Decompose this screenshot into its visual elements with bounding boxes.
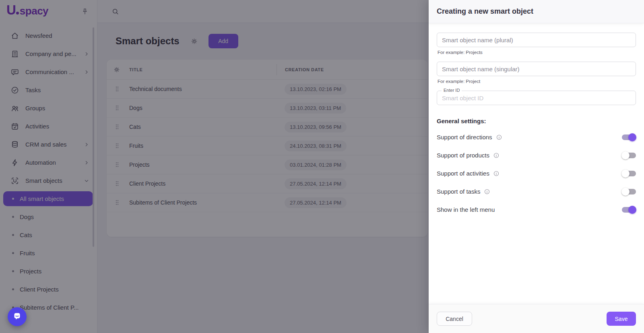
id-field-label: Enter ID — [442, 88, 462, 93]
info-icon[interactable] — [496, 134, 502, 141]
setting-toggle-row: Support of activities — [437, 164, 636, 182]
info-icon[interactable] — [493, 152, 500, 159]
setting-toggle-row: Support of directions — [437, 128, 636, 146]
info-icon[interactable] — [493, 170, 500, 177]
toggle-knob — [628, 133, 636, 141]
drawer-title: Creating a new smart object — [437, 7, 533, 16]
chat-fab-button[interactable] — [8, 307, 27, 326]
toggle-knob — [621, 170, 630, 178]
toggle-switch[interactable] — [622, 188, 636, 196]
drawer-body: For example: Projects For example: Proje… — [429, 23, 644, 219]
toggle-switch[interactable] — [622, 151, 636, 159]
setting-toggle-row: Support of tasks — [437, 182, 636, 201]
toggle-label: Support of tasks — [437, 188, 480, 195]
name-singular-helper: For example: Project — [438, 79, 636, 84]
cancel-button[interactable]: Cancel — [437, 312, 472, 326]
general-settings-heading: General settings: — [437, 118, 636, 124]
chat-bubble-icon — [12, 311, 23, 322]
toggle-label: Support of activities — [437, 170, 489, 177]
setting-toggle-row: Show in the left menu — [437, 201, 636, 219]
setting-toggle-row: Support of products — [437, 146, 636, 164]
toggle-knob — [621, 151, 630, 159]
id-field-group: Enter ID — [437, 91, 636, 105]
toggle-switch[interactable] — [622, 206, 636, 214]
modal-backdrop[interactable] — [0, 0, 429, 333]
toggle-switch[interactable] — [622, 133, 636, 141]
smart-object-id-input[interactable] — [437, 91, 636, 105]
toggle-label: Show in the left menu — [437, 206, 495, 213]
name-singular-input[interactable] — [437, 62, 636, 76]
drawer-header: Creating a new smart object — [429, 0, 644, 23]
name-plural-helper: For example: Projects — [438, 50, 636, 55]
toggle-knob — [628, 206, 636, 214]
toggle-label: Support of directions — [437, 134, 492, 141]
toggle-label: Support of products — [437, 152, 489, 159]
toggle-knob — [621, 188, 630, 196]
save-button[interactable]: Save — [607, 312, 636, 326]
drawer-footer: Cancel Save — [429, 304, 644, 333]
toggle-switch[interactable] — [622, 170, 636, 178]
create-smart-object-drawer: Creating a new smart object For example:… — [429, 0, 644, 333]
name-plural-input[interactable] — [437, 33, 636, 47]
info-icon[interactable] — [484, 188, 490, 195]
